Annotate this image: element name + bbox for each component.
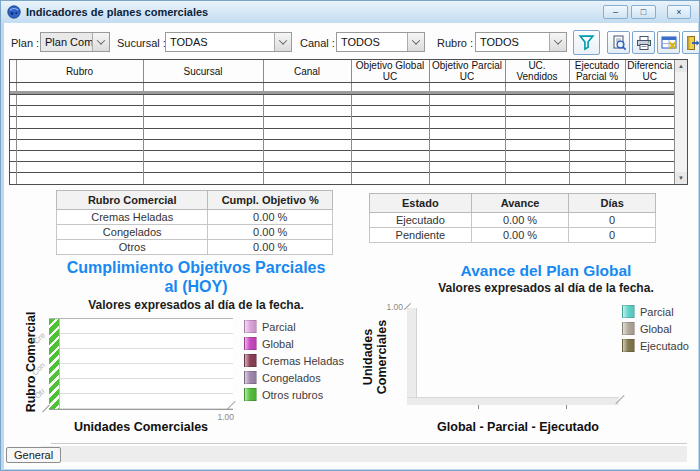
plan-grid[interactable]: Rubro Sucursal Canal Objetivo Global UC … [9,59,688,185]
minimize-button[interactable]: – [603,5,628,19]
app-icon [7,5,21,19]
legend-item: Global [244,337,344,350]
plan-combobox[interactable]: Plan Comerc [40,32,110,52]
cell-pct: 0.00 % [208,225,333,240]
table-row [10,117,674,128]
col-canal: Canal [263,60,351,83]
plan-grid-table: Rubro Sucursal Canal Objetivo Global UC … [10,60,674,184]
sucursal-dropdown-arrow-icon[interactable] [274,33,291,51]
col-rubro: Rubro [16,60,143,83]
table-row: Cremas Heladas 0.00 % [57,210,333,225]
divider [51,443,687,444]
cell-rubro: Otros [57,240,208,255]
right-chart-axis-floor [407,397,619,405]
cell-pct: 0.00 % [208,240,333,255]
canal-dropdown-arrow-icon[interactable] [407,33,424,51]
cell-dias: 0 [569,228,656,243]
plan-dropdown-arrow-icon[interactable] [92,33,109,51]
left-chart-legend: Parcial Global Cremas Heladas Congelados… [244,320,344,401]
canal-label: Canal : [300,37,335,49]
rubro-value: TODOS [476,36,549,48]
legend-swatch [622,305,635,318]
legend-item: Congelados [244,371,344,384]
plan-value: Plan Comerc [41,36,92,48]
summary-header-row: Rubro Comercial Cumpl. Objetivo % [57,191,333,210]
summary-col-dias: Días [569,194,656,213]
col-diferencia: Diferencia UC [625,60,674,83]
legend-label: Congelados [262,372,321,384]
summary-header-row: Estado Avance Días [370,194,656,213]
canal-value: TODOS [337,36,407,48]
table-row: Pendiente 0.00 % 0 [370,228,656,243]
app-window: Indicadores de planes comerciales – □ × … [0,0,700,471]
legend-item: Parcial [244,320,344,333]
close-icon: × [676,7,681,17]
col-objetivo-global: Objetivo Global UC [351,60,429,83]
print-button[interactable] [632,31,655,54]
cell-rubro: Cremas Heladas [57,210,208,225]
left-chart-title-line1: Cumplimiento Objetivos Parciales [31,259,361,277]
print-preview-button[interactable] [607,31,630,54]
col-ejecutado: Ejecutado Parcial % [569,60,625,83]
window-title: Indicadores de planes comerciales [26,6,208,18]
rubro-summary-table: Rubro Comercial Cumpl. Objetivo % Cremas… [56,190,333,255]
col-objetivo-parcial: Objetivo Parcial UC [429,60,505,83]
cell-avance: 0.00 % [471,228,569,243]
legend-swatch [622,322,635,335]
grid-vertical-scrollbar[interactable]: ▲ ▼ [674,60,687,184]
exit-door-icon [685,35,700,51]
printer-icon [636,35,652,51]
scroll-track[interactable] [675,72,687,172]
legend-swatch [244,388,257,401]
cell-pct: 0.00 % [208,210,333,225]
filter-funnel-icon [578,34,595,51]
right-chart-axis-wall [407,308,417,405]
print-preview-icon [611,35,627,51]
summary-col-rubro-comercial: Rubro Comercial [57,191,208,210]
summary-col-avance: Avance [471,194,569,213]
table-row [10,150,674,161]
sucursal-combobox[interactable]: TODAS [165,32,292,52]
sucursal-value: TODAS [166,36,274,48]
right-chart-legend: Parcial Global Ejecutado [622,305,689,352]
grid-window-export-icon [661,35,677,51]
exit-button[interactable] [682,31,700,54]
legend-swatch [244,337,257,350]
grid-header-row: Rubro Sucursal Canal Objetivo Global UC … [10,60,674,83]
legend-swatch [244,371,257,384]
left-chart-axis-wall [49,319,60,409]
rubro-combobox[interactable]: TODOS [475,32,567,52]
rubro-label: Rubro : [437,37,473,49]
legend-label: Parcial [640,306,674,318]
scroll-down-icon[interactable]: ▼ [675,172,687,184]
rubro-dropdown-arrow-icon[interactable] [549,33,566,51]
export-grid-button[interactable] [657,31,680,54]
left-chart-title-line2: al (HOY) [31,278,361,296]
summary-col-estado: Estado [370,194,472,213]
col-sucursal: Sucursal [143,60,263,83]
legend-label: Global [262,338,294,350]
maximize-button[interactable]: □ [631,5,656,19]
canal-combobox[interactable]: TODOS [336,32,425,52]
close-button[interactable]: × [667,5,691,19]
minimize-icon: – [613,7,618,17]
summary-col-cumpl-objetivo: Cumpl. Objetivo % [208,191,333,210]
tab-strip [41,446,687,462]
legend-label: Global [640,323,672,335]
table-row: Ejecutado 0.00 % 0 [370,213,656,228]
x-tick-mark [566,405,567,409]
right-chart-xlabel: Global - Parcial - Ejecutado [413,420,623,434]
legend-label: Cremas Heladas [262,355,344,367]
cell-estado: Ejecutado [370,213,472,228]
tab-general[interactable]: General [6,447,61,463]
left-chart-plot [49,318,233,410]
x-tick-mark [478,405,479,409]
table-row [10,128,674,139]
scroll-up-icon[interactable]: ▲ [675,60,687,72]
col-uc-vendidos: UC. Vendidos [505,60,569,83]
filter-button[interactable] [573,30,600,55]
legend-label: Ejecutado [640,340,689,352]
titlebar[interactable]: Indicadores de planes comerciales – □ × [1,1,699,23]
sucursal-label: Sucursal : [117,37,166,49]
table-row [10,139,674,150]
